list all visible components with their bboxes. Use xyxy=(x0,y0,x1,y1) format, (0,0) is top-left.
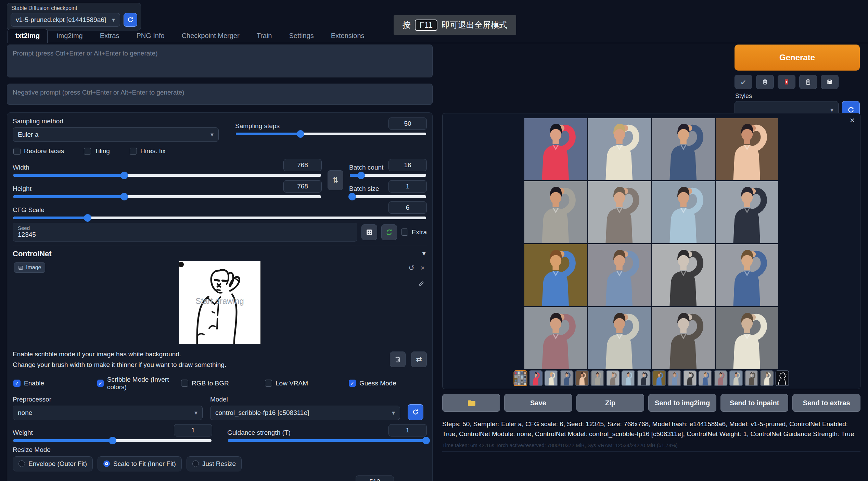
sampling-steps-slider[interactable] xyxy=(236,133,426,135)
zip-button[interactable]: Zip xyxy=(576,394,644,412)
seed-input[interactable] xyxy=(18,231,352,238)
height-slider[interactable] xyxy=(13,195,321,198)
refresh-checkpoint-button[interactable] xyxy=(124,13,137,27)
enable-checkbox[interactable]: ✓Enable xyxy=(13,376,97,391)
guidance-strength-slider[interactable] xyxy=(228,439,426,442)
thumbnail-2[interactable] xyxy=(545,370,558,386)
thumbnail-13[interactable] xyxy=(714,370,728,386)
send-to-inpaint-button[interactable]: Send to inpaint xyxy=(720,394,789,412)
thumbnail-12[interactable] xyxy=(699,370,712,386)
gallery-image-6[interactable] xyxy=(588,181,651,243)
sampling-steps-input[interactable] xyxy=(388,118,427,130)
gallery-image-4[interactable] xyxy=(716,118,778,180)
thumbnail-10[interactable] xyxy=(668,370,681,386)
guidance-strength-input[interactable] xyxy=(388,424,427,436)
thumbnail-1[interactable] xyxy=(529,370,543,386)
gallery-image-7[interactable] xyxy=(652,181,715,243)
gallery-image-5[interactable] xyxy=(524,181,587,243)
weight-input[interactable] xyxy=(174,424,212,436)
gallery-image-2[interactable] xyxy=(588,118,651,180)
controlnet-accordion-header[interactable]: ControlNet ▼ xyxy=(13,246,427,258)
thumbnail-grid[interactable] xyxy=(514,370,527,386)
rgb-to-bgr-checkbox[interactable]: RGB to BGR xyxy=(181,376,265,391)
send-to-img2img-button[interactable]: Send to img2img xyxy=(648,394,716,412)
swap-width-height-button[interactable]: ⇅ xyxy=(328,170,343,190)
prompt-input[interactable] xyxy=(7,45,433,77)
clear-image-button[interactable]: × xyxy=(421,264,425,272)
model-dropdown[interactable]: control_scribble-fp16 [c508311e] ▾ xyxy=(210,406,400,420)
resize-option-envelope-outer-fit[interactable]: Envelope (Outer Fit) xyxy=(13,456,93,471)
tab-extensions[interactable]: Extensions xyxy=(323,29,372,43)
random-seed-button[interactable] xyxy=(361,224,377,240)
reuse-seed-button[interactable] xyxy=(381,224,397,240)
gallery-image-1[interactable] xyxy=(524,118,587,180)
read-params-button[interactable]: ↙ xyxy=(735,75,752,89)
tab-txt2img[interactable]: txt2img xyxy=(8,29,48,43)
webcam-swap-button[interactable]: ⇄ xyxy=(411,352,427,367)
hires-fix-checkbox[interactable]: Hires. fix xyxy=(130,147,166,155)
close-gallery-button[interactable]: × xyxy=(850,115,855,125)
gallery-image-9[interactable] xyxy=(524,244,587,306)
scribble-mode-invert-colors-checkbox[interactable]: ✓Scribble Mode (Invert colors) xyxy=(97,376,181,391)
cfg-scale-slider[interactable] xyxy=(13,217,426,219)
tab-img2img[interactable]: img2img xyxy=(49,29,91,43)
save-style-button[interactable] xyxy=(821,75,839,89)
thumbnail-15[interactable] xyxy=(745,370,758,386)
undo-stroke-button[interactable]: ↺ xyxy=(408,264,414,272)
thumbnail-16[interactable] xyxy=(760,370,774,386)
clear-prompt-button[interactable] xyxy=(756,75,774,89)
thumbnail-5[interactable] xyxy=(591,370,604,386)
thumbnail-6[interactable] xyxy=(606,370,620,386)
cfg-scale-input[interactable] xyxy=(388,201,427,214)
gallery-image-15[interactable] xyxy=(652,307,715,369)
thumbnail-scribble[interactable] xyxy=(776,370,789,386)
scribble-canvas[interactable]: Start drawing xyxy=(179,261,260,344)
refresh-models-button[interactable] xyxy=(408,404,423,420)
resize-option-scale-to-fit-inner-fit[interactable]: Scale to Fit (Inner Fit) xyxy=(98,456,182,471)
apply-style-button[interactable] xyxy=(799,75,817,89)
low-vram-checkbox[interactable]: Low VRAM xyxy=(265,376,349,391)
batch-count-slider[interactable] xyxy=(350,174,426,177)
weight-slider[interactable] xyxy=(13,439,212,442)
preprocessor-dropdown[interactable]: none ▾ xyxy=(13,406,203,420)
thumbnail-7[interactable] xyxy=(622,370,635,386)
tab-extras[interactable]: Extras xyxy=(92,29,127,43)
batch-size-slider[interactable] xyxy=(350,195,426,198)
image-tab[interactable]: Image xyxy=(14,262,45,273)
open-folder-button[interactable] xyxy=(442,394,500,412)
gallery-image-10[interactable] xyxy=(588,244,651,306)
negative-prompt-input[interactable] xyxy=(7,84,433,105)
brush-button[interactable] xyxy=(418,280,425,288)
save-button[interactable]: Save xyxy=(504,394,572,412)
width-input[interactable] xyxy=(283,159,322,171)
tiling-checkbox[interactable]: Tiling xyxy=(84,147,110,155)
generate-button[interactable]: Generate xyxy=(735,45,860,71)
thumbnail-14[interactable] xyxy=(729,370,743,386)
gallery-image-8[interactable] xyxy=(716,181,778,243)
batch-count-input[interactable] xyxy=(388,159,427,171)
new-canvas-button[interactable] xyxy=(390,352,406,367)
extra-seed-checkbox[interactable]: Extra xyxy=(401,229,427,236)
gallery-image-11[interactable] xyxy=(652,244,715,306)
height-input[interactable] xyxy=(283,180,322,193)
canvas-width-input[interactable] xyxy=(356,476,394,481)
tab-settings[interactable]: Settings xyxy=(281,29,321,43)
gallery-image-12[interactable] xyxy=(716,244,778,306)
checkpoint-dropdown[interactable]: v1-5-pruned.ckpt [e1441589a6] ▾ xyxy=(11,13,120,27)
thumbnail-3[interactable] xyxy=(560,370,574,386)
width-slider[interactable] xyxy=(13,174,321,177)
thumbnail-8[interactable] xyxy=(637,370,651,386)
sampling-method-dropdown[interactable]: Euler a ▾ xyxy=(13,127,219,142)
thumbnail-11[interactable] xyxy=(683,370,697,386)
gallery-image-16[interactable] xyxy=(716,307,778,369)
gallery-image-13[interactable] xyxy=(524,307,587,369)
tab-checkpoint-merger[interactable]: Checkpoint Merger xyxy=(174,29,247,43)
gallery-image-3[interactable] xyxy=(652,118,715,180)
thumbnail-4[interactable] xyxy=(575,370,589,386)
guess-mode-checkbox[interactable]: ✓Guess Mode xyxy=(349,376,396,391)
gallery-image-14[interactable] xyxy=(588,307,651,369)
restore-faces-checkbox[interactable]: Restore faces xyxy=(13,147,64,155)
thumbnail-9[interactable] xyxy=(652,370,666,386)
extra-networks-button[interactable] xyxy=(778,75,795,89)
tab-png-info[interactable]: PNG Info xyxy=(128,29,172,43)
